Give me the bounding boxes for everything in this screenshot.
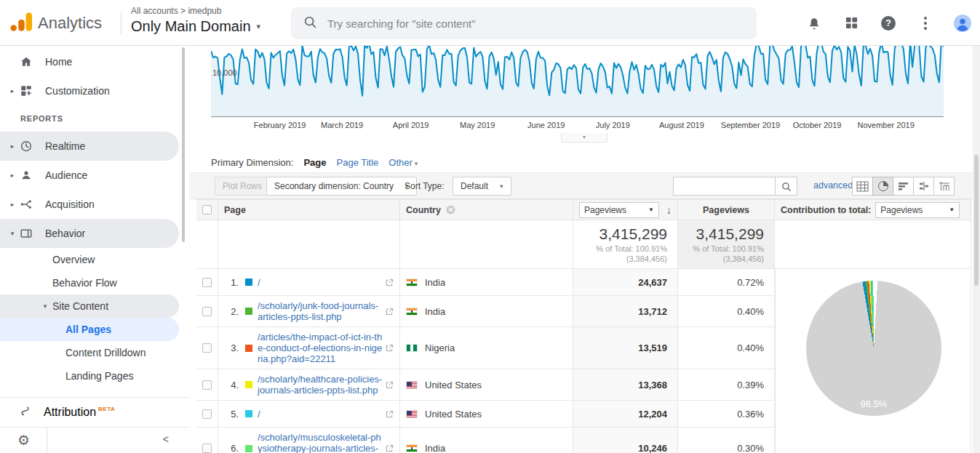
sidebar-nav: Home▸CustomizationREPORTS▸Realtime▸Audie… [0, 46, 189, 453]
global-search-input[interactable]: Try searching for "site content" [291, 7, 757, 39]
expand-arrow-icon: ▾ [41, 302, 49, 310]
x-axis-line [211, 116, 944, 117]
sidebar-item-acquisition[interactable]: ▸Acquisition [0, 190, 189, 219]
column-header-pageviews[interactable]: Pageviews [678, 200, 775, 220]
page-link[interactable]: / [258, 277, 383, 288]
content-scrollbar[interactable] [973, 46, 980, 453]
sidebar-item-realtime[interactable]: ▸Realtime [0, 132, 179, 161]
page-link[interactable]: / [258, 409, 383, 420]
metric-select-cell: Pageviews▼ ↓ [573, 200, 678, 220]
secondary-dimension-button[interactable]: Secondary dimension: Country▾ [266, 177, 417, 196]
row-checkbox[interactable] [202, 444, 212, 453]
country-cell: United States [400, 401, 573, 427]
sidebar-item-content-drilldown[interactable]: Content Drilldown [0, 341, 189, 364]
select-all-checkbox[interactable] [202, 205, 212, 215]
sort-direction-icon[interactable]: ↓ [666, 204, 672, 216]
open-in-new-icon[interactable] [386, 444, 394, 452]
metric-dropdown[interactable]: Pageviews▼ [579, 202, 659, 218]
open-in-new-icon[interactable] [386, 278, 394, 286]
row-number: 4. [224, 380, 239, 390]
pageviews-percent-cell: 0.40% [678, 296, 775, 326]
more-vertical-icon[interactable] [917, 15, 934, 32]
series-color-swatch [245, 410, 252, 417]
chevron-down-icon: ▾ [415, 160, 418, 167]
row-checkbox[interactable] [202, 307, 212, 316]
dimension-tab-page-title[interactable]: Page Title [337, 157, 379, 168]
column-header-page[interactable]: Page [218, 200, 400, 220]
percentage-pie-view-button[interactable] [872, 177, 893, 196]
sidebar-item-home[interactable]: Home [0, 47, 189, 76]
sidebar-item-audience[interactable]: ▸Audience [0, 161, 189, 190]
sidebar-item-landing-pages[interactable]: Landing Pages [0, 364, 189, 388]
data-table-view-button[interactable] [852, 177, 873, 196]
column-header-country[interactable]: Country [400, 200, 573, 220]
expand-arrow-icon: ▸ [6, 172, 19, 179]
google-analytics-app: Analytics All accounts > imedpub Only Ma… [0, 0, 980, 453]
performance-view-button[interactable] [893, 177, 914, 196]
analytics-logo[interactable]: Analytics [10, 12, 102, 35]
notifications-bell-icon[interactable] [805, 15, 823, 32]
sidebar-item-label: Acquisition [45, 199, 95, 210]
sidebar-item-attribution[interactable]: Attribution BETA [0, 397, 189, 427]
x-axis-month-label: March 2019 [321, 121, 363, 129]
row-checkbox-cell [196, 296, 218, 326]
help-icon[interactable]: ? [880, 15, 897, 32]
settings-gear-icon[interactable]: ⚙ [17, 432, 30, 449]
sort-type-dropdown[interactable]: Default▾ [453, 177, 511, 196]
collapse-sidebar-icon[interactable]: < [163, 433, 169, 445]
sidebar-scrollbar[interactable] [182, 47, 185, 242]
x-axis-month-label: June 2019 [527, 121, 565, 129]
avatar[interactable] [954, 15, 971, 32]
comparison-view-button[interactable] [913, 177, 934, 196]
row-checkbox[interactable] [202, 343, 212, 353]
x-axis-month-label: May 2019 [460, 121, 495, 129]
page-link[interactable]: /articles/the-impact-of-ict-in-the-condu… [258, 332, 383, 364]
property-selector[interactable]: Only Main Domain ▾ [131, 18, 260, 35]
open-in-new-icon[interactable] [386, 410, 394, 418]
attribution-icon [19, 404, 33, 420]
header-divider [121, 12, 121, 35]
sidebar-item-customization[interactable]: ▸Customization [0, 76, 189, 105]
breadcrumb[interactable]: All accounts > imedpub [131, 6, 260, 16]
dimension-tab-page[interactable]: Page [303, 157, 326, 168]
table-body: 1./India24,6370.72%2./scholarly/junk-foo… [196, 269, 775, 453]
open-in-new-icon[interactable] [386, 308, 394, 316]
page-link[interactable]: /scholarly/healthcare-policies-journals-… [258, 374, 383, 396]
series-color-swatch [245, 445, 252, 452]
apps-grid-icon[interactable] [842, 15, 860, 32]
row-checkbox[interactable] [202, 380, 212, 390]
sidebar-item-site-content[interactable]: ▾Site Content [0, 294, 179, 318]
open-in-new-icon[interactable] [386, 381, 394, 389]
pivot-view-button[interactable] [933, 177, 955, 196]
scrollbar-thumb[interactable] [974, 155, 979, 286]
sidebar-item-all-pages[interactable]: All Pages [0, 318, 179, 341]
pageviews-percent-cell: 0.36% [678, 401, 775, 427]
remove-secondary-dimension-icon[interactable] [446, 205, 455, 215]
primary-dimension-label: Primary Dimension: [211, 157, 293, 168]
sidebar-item-behavior[interactable]: ▾Behavior [0, 219, 179, 248]
chart-expander[interactable]: ▼ [561, 133, 607, 143]
contribution-pie-chart[interactable] [806, 281, 941, 416]
row-checkbox-cell [196, 401, 218, 427]
row-checkbox[interactable] [202, 409, 212, 419]
sidebar-item-overview[interactable]: Overview [0, 248, 189, 271]
sidebar-list: Home▸CustomizationREPORTS▸Realtime▸Audie… [0, 46, 189, 388]
contribution-metric-dropdown[interactable]: Pageviews▼ [875, 202, 960, 218]
sidebar-item-behavior-flow[interactable]: Behavior Flow [0, 271, 189, 294]
dimension-tab-other[interactable]: Other▾ [389, 157, 418, 168]
table-search-input[interactable] [673, 177, 775, 196]
open-in-new-icon[interactable] [386, 344, 394, 352]
country-flag-icon [406, 410, 418, 418]
sidebar-item-label: Behavior [45, 228, 85, 239]
traffic-chart: 10,000 February 2019March 2019April 2019… [189, 46, 973, 152]
page-link[interactable]: /scholarly/junk-food-journals-articles-p… [258, 300, 383, 322]
page-cell: 5./ [218, 401, 400, 427]
expand-arrow-icon: ▸ [6, 87, 19, 95]
row-number: 3. [224, 342, 239, 353]
advanced-filter-link[interactable]: advanced [813, 180, 853, 191]
row-number: 6. [224, 443, 239, 453]
table-search-button[interactable] [775, 177, 797, 196]
plot-rows-button[interactable]: Plot Rows [215, 177, 270, 196]
page-link[interactable]: /scholarly/musculoskeletal-physiotherapy… [258, 432, 383, 453]
row-checkbox[interactable] [202, 278, 212, 287]
